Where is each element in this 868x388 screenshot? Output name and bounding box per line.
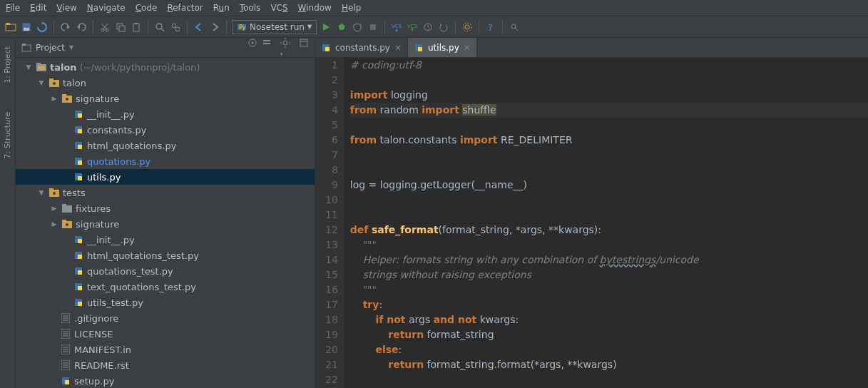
svg-point-34	[252, 41, 254, 44]
collapse-all-icon[interactable]	[262, 38, 272, 58]
undo-icon[interactable]	[59, 21, 72, 34]
tree-file[interactable]: setup.py	[16, 373, 315, 388]
svg-text:VCS: VCS	[392, 24, 402, 29]
vcs-revert-icon[interactable]	[437, 21, 450, 34]
svg-point-37	[283, 41, 287, 45]
menu-navigate[interactable]: Navigate	[87, 3, 126, 13]
code-area[interactable]: # coding:utf-8 import loggingfrom random…	[344, 58, 868, 388]
run-config-selector[interactable]: Py Nosetest run ▼	[232, 20, 317, 34]
menu-vcs[interactable]: VCS	[270, 3, 287, 13]
redo-icon[interactable]	[75, 21, 88, 34]
svg-point-45	[53, 82, 56, 85]
scroll-from-source-icon[interactable]	[247, 38, 257, 58]
tree-root[interactable]: ▼ talon (~/work/pythonproj/talon)	[16, 59, 315, 75]
menu-edit[interactable]: Edit	[30, 3, 46, 13]
menu-tools[interactable]: Tools	[240, 3, 261, 13]
open-icon[interactable]	[4, 21, 17, 34]
stop-icon[interactable]	[367, 21, 379, 34]
menu-view[interactable]: View	[56, 3, 76, 13]
editor-tab[interactable]: constants.py ×	[315, 38, 408, 57]
project-panel: Project ▼ ▾ ▼ talon (~/work/pythonproj/t…	[16, 38, 315, 388]
copy-icon[interactable]	[114, 21, 127, 34]
svg-rect-9	[119, 26, 125, 31]
python-file-icon	[73, 108, 84, 120]
svg-rect-96	[325, 47, 330, 51]
svg-rect-31	[22, 45, 31, 51]
vcs-update-icon[interactable]: VCS	[390, 21, 403, 34]
svg-point-26	[465, 25, 469, 29]
tree-pkg-tests-signature[interactable]: ▶ signature	[16, 216, 315, 232]
find-icon[interactable]	[153, 21, 166, 34]
save-icon[interactable]	[20, 21, 33, 34]
svg-point-27	[463, 23, 471, 31]
project-panel-header: Project ▼ ▾	[16, 38, 315, 58]
tree-pkg-tests[interactable]: ▼ tests	[16, 185, 315, 200]
editor: constants.py × utils.py × 12345678910111…	[315, 38, 868, 388]
help-icon[interactable]: ?	[484, 21, 497, 34]
editor-body[interactable]: 12345678910111213141516171819202122 # co…	[315, 58, 868, 388]
debug-icon[interactable]	[335, 21, 348, 34]
tree-file[interactable]: constants.py	[16, 122, 315, 138]
tree-folder-fixtures[interactable]: ▶ fixtures	[16, 200, 315, 216]
python-file-icon	[73, 297, 84, 308]
vcs-commit-icon[interactable]: VCS	[406, 21, 419, 34]
replace-icon[interactable]	[169, 21, 182, 34]
panel-settings-icon[interactable]: ▾	[280, 38, 290, 58]
refresh-icon[interactable]	[36, 21, 48, 34]
coverage-icon[interactable]	[351, 21, 364, 34]
tree-file[interactable]: README.rst	[16, 357, 315, 373]
paste-icon[interactable]	[130, 21, 143, 34]
forward-icon[interactable]	[208, 21, 221, 34]
tool-project-button[interactable]: 1: Project	[3, 46, 12, 83]
hide-panel-icon[interactable]	[299, 38, 309, 58]
tree-file[interactable]: html_quotations_test.py	[16, 247, 315, 263]
tree-file[interactable]: utils_test.py	[16, 295, 315, 310]
menu-window[interactable]: Window	[298, 3, 332, 13]
svg-rect-62	[62, 205, 72, 213]
tree-file[interactable]: text_quotations_test.py	[16, 279, 315, 295]
vcs-history-icon[interactable]	[422, 21, 434, 34]
tree-file[interactable]: quotations_test.py	[16, 263, 315, 279]
editor-tab[interactable]: utils.py ×	[408, 38, 477, 57]
close-tab-icon[interactable]: ×	[394, 43, 402, 53]
project-tree[interactable]: ▼ talon (~/work/pythonproj/talon) ▼ talo…	[16, 58, 315, 388]
svg-rect-65	[62, 220, 66, 222]
tree-file[interactable]: __init__.py	[16, 106, 315, 122]
tree-file[interactable]: utils.py	[16, 169, 315, 185]
back-icon[interactable]	[193, 21, 205, 34]
project-view-icon	[21, 43, 31, 53]
tree-pkg-talon[interactable]: ▼ talon	[16, 75, 315, 91]
menu-file[interactable]: File	[6, 3, 20, 13]
menu-refactor[interactable]: Refactor	[167, 3, 203, 13]
tree-pkg-signature[interactable]: ▶ signature	[16, 91, 315, 106]
settings-icon[interactable]	[461, 21, 474, 34]
tree-file[interactable]: __init__.py	[16, 232, 315, 247]
tree-file[interactable]: .gitignore	[16, 310, 315, 326]
svg-rect-50	[78, 113, 82, 118]
svg-point-61	[53, 192, 56, 195]
close-tab-icon[interactable]: ×	[464, 43, 471, 53]
menu-run[interactable]: Run	[213, 3, 230, 13]
svg-rect-58	[78, 176, 82, 180]
svg-text:Py: Py	[239, 24, 246, 31]
svg-point-66	[66, 223, 68, 226]
tree-file[interactable]: quotations.py	[16, 153, 315, 169]
panel-view-chevron-icon[interactable]: ▼	[69, 44, 73, 51]
svg-rect-32	[22, 44, 26, 46]
menu-code[interactable]: Code	[136, 3, 158, 13]
editor-tabs: constants.py × utils.py ×	[315, 38, 868, 58]
tree-file[interactable]: html_quotations.py	[16, 138, 315, 153]
tree-file[interactable]: MANIFEST.in	[16, 342, 315, 357]
svg-rect-63	[62, 204, 66, 206]
svg-rect-3	[24, 28, 29, 31]
python-file-icon	[60, 328, 71, 340]
svg-rect-47	[62, 94, 66, 96]
cut-icon[interactable]	[98, 21, 111, 34]
menu-help[interactable]: Help	[342, 3, 361, 13]
run-icon[interactable]	[320, 21, 332, 34]
svg-rect-35	[263, 40, 270, 41]
search-everywhere-icon[interactable]	[508, 21, 521, 34]
tool-structure-button[interactable]: 7: Structure	[3, 112, 12, 158]
package-icon	[61, 93, 73, 104]
tree-file[interactable]: LICENSE	[16, 326, 315, 342]
